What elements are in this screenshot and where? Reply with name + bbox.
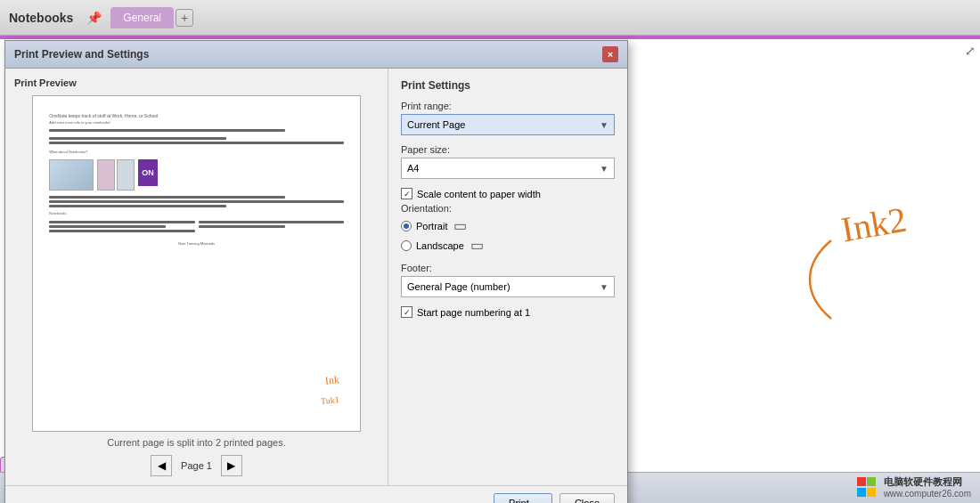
orientation-group: Orientation: Portrait ▭ Landscape ▭ (401, 203, 615, 254)
preview-ink-text2: Tuk1 (320, 394, 339, 406)
landscape-icon: ▭ (470, 237, 484, 254)
ink-bracket-svg (806, 226, 842, 333)
scale-label: Scale content to paper width (417, 189, 541, 199)
preview-subtext: What about Notebooks? (49, 150, 343, 154)
preview-onenote-badge: ON (138, 159, 158, 186)
preview-images: ON (49, 159, 343, 191)
start-page-checkbox-row: ✓ Start page numbering at 1 (401, 306, 615, 318)
ink-text: Ink2 (833, 178, 930, 282)
settings-pane: Print Settings Print range: Current Page… (388, 69, 627, 485)
preview-line (49, 196, 284, 199)
add-tab-button[interactable]: + (176, 9, 193, 27)
split-notice: Current page is split into 2 printed pag… (14, 437, 379, 448)
preview-line (199, 225, 286, 228)
paper-size-group: Paper size: A4 ▼ (401, 144, 615, 179)
preview-bottom-section (49, 219, 343, 234)
dialog-title: Print Preview and Settings (14, 48, 149, 61)
app-title: Notebooks (9, 11, 73, 25)
footer-group: Footer: General Page (number) ▼ (401, 263, 615, 297)
dialog-footer: Print... Close (5, 485, 627, 503)
preview-page-content: OneNote keeps track of stuff at Work, Ho… (49, 113, 343, 414)
print-preview-dialog: Print Preview and Settings × Print Previ… (4, 40, 628, 503)
pin-icon: 📌 (86, 11, 102, 25)
preview-line (199, 221, 344, 223)
print-range-dropdown[interactable]: Current Page ▼ (401, 114, 615, 135)
expand-icon[interactable]: ⤢ (965, 44, 976, 58)
preview-line (49, 205, 225, 207)
dialog-titlebar: Print Preview and Settings × (5, 41, 627, 69)
scale-checkbox[interactable]: ✓ (401, 188, 412, 199)
preview-laptop-image (49, 159, 94, 191)
start-page-label: Start page numbering at 1 (417, 307, 530, 318)
preview-footer-text: Note Training Materials (49, 241, 343, 246)
page-navigation: ◀ Page 1 ▶ (14, 455, 379, 476)
win-blue-quad (857, 488, 866, 497)
dialog-close-button[interactable]: × (602, 46, 618, 62)
landscape-radio[interactable] (401, 240, 412, 251)
prev-page-button[interactable]: ◀ (151, 455, 172, 476)
print-range-group: Print range: Current Page ▼ (401, 101, 615, 135)
close-button[interactable]: Close (559, 493, 615, 503)
print-range-label: Print range: (401, 101, 615, 111)
footer-value: General Page (number) (407, 281, 510, 292)
windows-logo (857, 477, 877, 497)
preview-label-text: Notebooks (49, 211, 343, 215)
print-preview-label: Print Preview (14, 77, 379, 88)
chevron-down-icon: ▼ (600, 120, 608, 130)
top-bar: Notebooks 📌 General + (0, 0, 980, 36)
paper-size-value: A4 (407, 163, 419, 174)
svg-text:Ink2: Ink2 (838, 199, 910, 249)
preview-line (49, 137, 225, 140)
preview-line (49, 142, 343, 144)
chevron-down-icon: ▼ (600, 164, 608, 174)
win-brand-text: 电脑软硬件教程网 www.computer26.com (884, 475, 971, 499)
win-green-quad (867, 477, 876, 486)
page-preview-area: OneNote keeps track of stuff at Work, Ho… (32, 95, 361, 432)
portrait-radio-row: Portrait ▭ (401, 217, 615, 234)
preview-binders (97, 159, 135, 191)
orientation-label: Orientation: (401, 203, 615, 214)
paper-size-label: Paper size: (401, 144, 615, 155)
print-button[interactable]: Print... (494, 493, 552, 503)
print-range-value: Current Page (407, 119, 465, 130)
footer-dropdown[interactable]: General Page (number) ▼ (401, 276, 615, 297)
page-indicator: Page 1 (181, 460, 212, 471)
preview-line (49, 200, 343, 203)
windows-logo-area: 电脑软硬件教程网 www.computer26.com (857, 475, 971, 499)
settings-title: Print Settings (401, 79, 615, 92)
win-text-sub: www.computer26.com (884, 489, 971, 499)
preview-right-col (199, 219, 344, 234)
next-page-button[interactable]: ▶ (221, 455, 242, 476)
portrait-icon: ▭ (453, 217, 467, 234)
preview-line (49, 225, 166, 228)
start-page-checkbox[interactable]: ✓ (401, 306, 412, 318)
win-yellow-quad (867, 488, 876, 497)
print-preview-pane: Print Preview OneNote keeps track of stu… (5, 69, 388, 485)
landscape-radio-row: Landscape ▭ (401, 237, 615, 254)
win-red-quad (857, 477, 866, 486)
chevron-down-icon: ▼ (600, 282, 608, 292)
preview-line (49, 221, 194, 223)
preview-left-col (49, 219, 194, 234)
win-text-main: 电脑软硬件教程网 (884, 475, 971, 489)
dialog-body: Print Preview OneNote keeps track of stu… (5, 69, 627, 485)
paper-size-dropdown[interactable]: A4 ▼ (401, 158, 615, 179)
preview-binder-1 (97, 159, 115, 191)
main-content: → Their market share is growing. Work It… (0, 36, 980, 472)
preview-ink-text: Ink (324, 374, 339, 388)
portrait-label: Portrait (416, 221, 447, 231)
portrait-radio[interactable] (401, 221, 412, 231)
scale-checkbox-row: ✓ Scale content to paper width (401, 188, 615, 199)
preview-line (49, 129, 284, 132)
ink-drawing: Ink2 (833, 178, 929, 274)
tab-general[interactable]: General (110, 7, 174, 28)
preview-binder-2 (117, 159, 135, 191)
footer-label: Footer: (401, 263, 615, 273)
landscape-label: Landscape (416, 240, 464, 251)
orientation-radio-group: Portrait ▭ Landscape ▭ (401, 217, 615, 254)
preview-line (49, 230, 194, 232)
preview-heading: OneNote keeps track of stuff at Work, Ho… (49, 113, 343, 126)
